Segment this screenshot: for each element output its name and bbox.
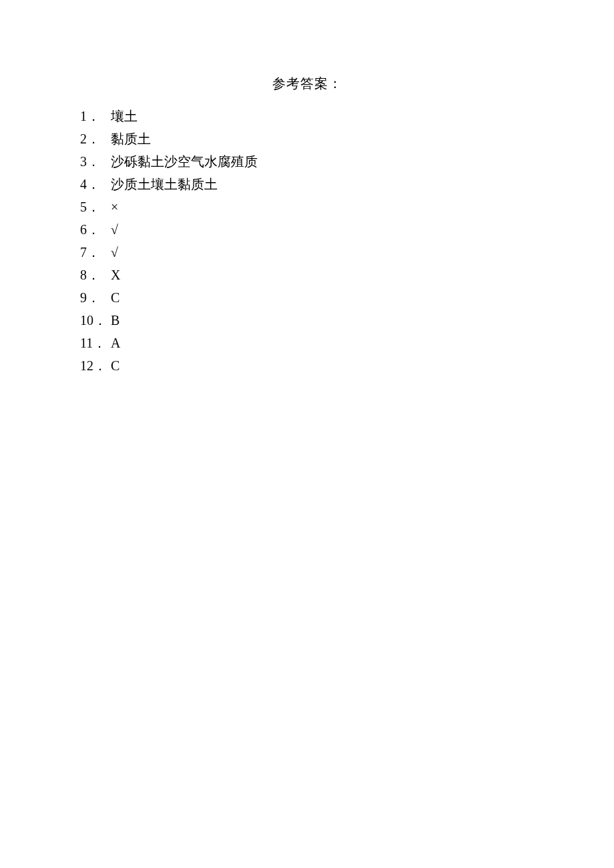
answer-text: 沙质土壤土黏质土 xyxy=(109,173,218,195)
list-item: 5． × xyxy=(80,195,534,218)
page-title: 参考答案： xyxy=(80,75,534,93)
answer-list: 1． 壤土 2． 黏质土 3． 沙砾黏土沙空气水腐殖质 4． 沙质土壤土黏质土 … xyxy=(80,105,534,377)
answer-text: C xyxy=(109,286,119,309)
answer-text: √ xyxy=(109,241,118,264)
answer-number: 11． xyxy=(80,332,109,354)
answer-number: 10． xyxy=(80,309,109,332)
answer-text: A xyxy=(109,332,120,354)
list-item: 4． 沙质土壤土黏质土 xyxy=(80,173,534,195)
list-item: 12． C xyxy=(80,354,534,377)
list-item: 3． 沙砾黏土沙空气水腐殖质 xyxy=(80,150,534,173)
list-item: 2． 黏质土 xyxy=(80,127,534,150)
answer-text: X xyxy=(109,264,120,286)
answer-number: 1． xyxy=(80,105,109,127)
list-item: 1． 壤土 xyxy=(80,105,534,127)
answer-number: 6． xyxy=(80,218,109,241)
answer-number: 3． xyxy=(80,150,109,173)
answer-text: 黏质土 xyxy=(109,127,151,150)
list-item: 6． √ xyxy=(80,218,534,241)
answer-number: 4． xyxy=(80,173,109,195)
answer-text: B xyxy=(109,309,119,332)
list-item: 9． C xyxy=(80,286,534,309)
answer-number: 5． xyxy=(80,195,109,218)
answer-text: √ xyxy=(109,218,118,241)
answer-number: 8． xyxy=(80,264,109,286)
answer-number: 7． xyxy=(80,241,109,264)
answer-number: 9． xyxy=(80,286,109,309)
answer-text: 壤土 xyxy=(109,105,137,127)
answer-text: 沙砾黏土沙空气水腐殖质 xyxy=(109,150,258,173)
answer-text: × xyxy=(109,195,118,218)
answer-text: C xyxy=(109,354,119,377)
answer-number: 12． xyxy=(80,354,109,377)
list-item: 8． X xyxy=(80,264,534,286)
answer-number: 2． xyxy=(80,127,109,150)
list-item: 11． A xyxy=(80,332,534,354)
list-item: 10． B xyxy=(80,309,534,332)
list-item: 7． √ xyxy=(80,241,534,264)
